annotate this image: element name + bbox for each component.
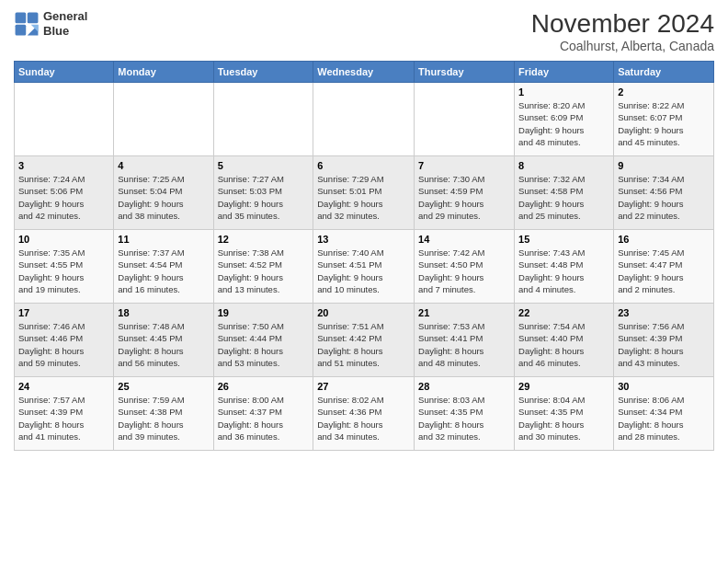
day-number: 12 — [218, 234, 310, 245]
day-info: Sunrise: 7:42 AM Sunset: 4:50 PM Dayligh… — [418, 247, 510, 295]
day-number: 10 — [18, 234, 109, 245]
day-number: 29 — [518, 381, 609, 392]
calendar-cell: 18Sunrise: 7:48 AM Sunset: 4:45 PM Dayli… — [114, 304, 213, 377]
logo-line2: Blue — [43, 24, 87, 39]
calendar-cell — [313, 83, 415, 156]
day-number: 5 — [218, 160, 310, 171]
calendar-week-2: 10Sunrise: 7:35 AM Sunset: 4:55 PM Dayli… — [15, 230, 714, 304]
calendar-cell: 22Sunrise: 7:54 AM Sunset: 4:40 PM Dayli… — [515, 304, 614, 377]
calendar-cell: 8Sunrise: 7:32 AM Sunset: 4:58 PM Daylig… — [515, 156, 614, 230]
calendar-cell: 3Sunrise: 7:24 AM Sunset: 5:06 PM Daylig… — [15, 156, 114, 230]
logo-icon — [14, 11, 40, 37]
day-number: 4 — [118, 160, 209, 171]
calendar-cell — [213, 83, 313, 156]
day-info: Sunrise: 7:24 AM Sunset: 5:06 PM Dayligh… — [18, 173, 109, 222]
calendar-week-3: 17Sunrise: 7:46 AM Sunset: 4:46 PM Dayli… — [15, 304, 714, 377]
day-info: Sunrise: 7:34 AM Sunset: 4:56 PM Dayligh… — [618, 173, 710, 222]
calendar-cell: 1Sunrise: 8:20 AM Sunset: 6:09 PM Daylig… — [515, 83, 614, 156]
calendar-header: Sunday Monday Tuesday Wednesday Thursday… — [15, 62, 714, 83]
location-subtitle: Coalhurst, Alberta, Canada — [531, 39, 714, 53]
calendar-cell: 9Sunrise: 7:34 AM Sunset: 4:56 PM Daylig… — [614, 156, 714, 230]
svg-rect-0 — [16, 12, 27, 23]
day-number: 23 — [618, 307, 710, 318]
day-number: 22 — [518, 307, 609, 318]
day-number: 3 — [18, 160, 109, 171]
col-saturday: Saturday — [614, 62, 714, 83]
calendar-cell: 26Sunrise: 8:00 AM Sunset: 4:37 PM Dayli… — [213, 377, 313, 451]
col-thursday: Thursday — [415, 62, 515, 83]
calendar-cell: 17Sunrise: 7:46 AM Sunset: 4:46 PM Dayli… — [15, 304, 114, 377]
day-number: 2 — [618, 86, 710, 98]
logo-line1: General — [43, 9, 87, 24]
month-title: November 2024 — [531, 9, 714, 39]
day-info: Sunrise: 7:45 AM Sunset: 4:47 PM Dayligh… — [618, 247, 710, 295]
day-number: 9 — [618, 160, 710, 171]
day-info: Sunrise: 7:43 AM Sunset: 4:48 PM Dayligh… — [518, 247, 609, 295]
day-info: Sunrise: 7:30 AM Sunset: 4:59 PM Dayligh… — [418, 173, 510, 222]
calendar-cell: 10Sunrise: 7:35 AM Sunset: 4:55 PM Dayli… — [15, 230, 114, 304]
day-info: Sunrise: 7:46 AM Sunset: 4:46 PM Dayligh… — [18, 320, 109, 369]
calendar-cell: 6Sunrise: 7:29 AM Sunset: 5:01 PM Daylig… — [313, 156, 415, 230]
calendar-cell: 28Sunrise: 8:03 AM Sunset: 4:35 PM Dayli… — [415, 377, 515, 451]
day-number: 15 — [518, 234, 609, 245]
header-row: Sunday Monday Tuesday Wednesday Thursday… — [15, 62, 714, 83]
calendar-cell: 4Sunrise: 7:25 AM Sunset: 5:04 PM Daylig… — [114, 156, 213, 230]
day-number: 27 — [317, 381, 410, 392]
day-info: Sunrise: 8:06 AM Sunset: 4:34 PM Dayligh… — [618, 394, 710, 442]
day-info: Sunrise: 8:02 AM Sunset: 4:36 PM Dayligh… — [317, 394, 410, 442]
calendar-cell: 30Sunrise: 8:06 AM Sunset: 4:34 PM Dayli… — [614, 377, 714, 451]
day-info: Sunrise: 7:37 AM Sunset: 4:54 PM Dayligh… — [118, 247, 209, 295]
calendar-cell: 13Sunrise: 7:40 AM Sunset: 4:51 PM Dayli… — [313, 230, 415, 304]
day-number: 18 — [118, 307, 209, 318]
day-info: Sunrise: 7:29 AM Sunset: 5:01 PM Dayligh… — [317, 173, 410, 222]
svg-rect-2 — [16, 24, 27, 35]
day-info: Sunrise: 7:48 AM Sunset: 4:45 PM Dayligh… — [118, 320, 209, 369]
calendar-body: 1Sunrise: 8:20 AM Sunset: 6:09 PM Daylig… — [15, 83, 714, 451]
day-number: 20 — [317, 307, 410, 318]
calendar-cell: 19Sunrise: 7:50 AM Sunset: 4:44 PM Dayli… — [213, 304, 313, 377]
day-number: 24 — [18, 381, 109, 392]
day-info: Sunrise: 7:59 AM Sunset: 4:38 PM Dayligh… — [118, 394, 209, 442]
calendar-cell: 21Sunrise: 7:53 AM Sunset: 4:41 PM Dayli… — [415, 304, 515, 377]
day-number: 30 — [618, 381, 710, 392]
calendar-cell — [415, 83, 515, 156]
day-info: Sunrise: 7:54 AM Sunset: 4:40 PM Dayligh… — [518, 320, 609, 369]
page: General Blue November 2024 Coalhurst, Al… — [0, 0, 728, 563]
col-sunday: Sunday — [15, 62, 114, 83]
title-area: November 2024 Coalhurst, Alberta, Canada — [531, 9, 714, 53]
calendar-cell: 5Sunrise: 7:27 AM Sunset: 5:03 PM Daylig… — [213, 156, 313, 230]
calendar-cell: 24Sunrise: 7:57 AM Sunset: 4:39 PM Dayli… — [15, 377, 114, 451]
svg-rect-1 — [28, 12, 39, 23]
day-info: Sunrise: 7:25 AM Sunset: 5:04 PM Dayligh… — [118, 173, 209, 222]
col-friday: Friday — [515, 62, 614, 83]
calendar-cell: 16Sunrise: 7:45 AM Sunset: 4:47 PM Dayli… — [614, 230, 714, 304]
calendar-cell: 20Sunrise: 7:51 AM Sunset: 4:42 PM Dayli… — [313, 304, 415, 377]
day-number: 17 — [18, 307, 109, 318]
day-info: Sunrise: 7:56 AM Sunset: 4:39 PM Dayligh… — [618, 320, 710, 369]
day-info: Sunrise: 7:51 AM Sunset: 4:42 PM Dayligh… — [317, 320, 410, 369]
calendar-cell: 2Sunrise: 8:22 AM Sunset: 6:07 PM Daylig… — [614, 83, 714, 156]
day-number: 13 — [317, 234, 410, 245]
day-number: 16 — [618, 234, 710, 245]
calendar-cell: 11Sunrise: 7:37 AM Sunset: 4:54 PM Dayli… — [114, 230, 213, 304]
day-info: Sunrise: 8:00 AM Sunset: 4:37 PM Dayligh… — [218, 394, 310, 442]
calendar-cell: 25Sunrise: 7:59 AM Sunset: 4:38 PM Dayli… — [114, 377, 213, 451]
calendar-cell: 12Sunrise: 7:38 AM Sunset: 4:52 PM Dayli… — [213, 230, 313, 304]
day-number: 26 — [218, 381, 310, 392]
calendar-cell: 27Sunrise: 8:02 AM Sunset: 4:36 PM Dayli… — [313, 377, 415, 451]
day-number: 25 — [118, 381, 209, 392]
day-info: Sunrise: 7:27 AM Sunset: 5:03 PM Dayligh… — [218, 173, 310, 222]
calendar-cell: 14Sunrise: 7:42 AM Sunset: 4:50 PM Dayli… — [415, 230, 515, 304]
day-info: Sunrise: 7:38 AM Sunset: 4:52 PM Dayligh… — [218, 247, 310, 295]
logo-text: General Blue — [43, 9, 87, 38]
day-info: Sunrise: 7:35 AM Sunset: 4:55 PM Dayligh… — [18, 247, 109, 295]
day-info: Sunrise: 7:53 AM Sunset: 4:41 PM Dayligh… — [418, 320, 510, 369]
col-wednesday: Wednesday — [313, 62, 415, 83]
day-number: 14 — [418, 234, 510, 245]
calendar-cell: 7Sunrise: 7:30 AM Sunset: 4:59 PM Daylig… — [415, 156, 515, 230]
calendar-week-1: 3Sunrise: 7:24 AM Sunset: 5:06 PM Daylig… — [15, 156, 714, 230]
day-info: Sunrise: 8:04 AM Sunset: 4:35 PM Dayligh… — [518, 394, 609, 442]
col-monday: Monday — [114, 62, 213, 83]
calendar-week-4: 24Sunrise: 7:57 AM Sunset: 4:39 PM Dayli… — [15, 377, 714, 451]
day-number: 1 — [518, 86, 609, 98]
